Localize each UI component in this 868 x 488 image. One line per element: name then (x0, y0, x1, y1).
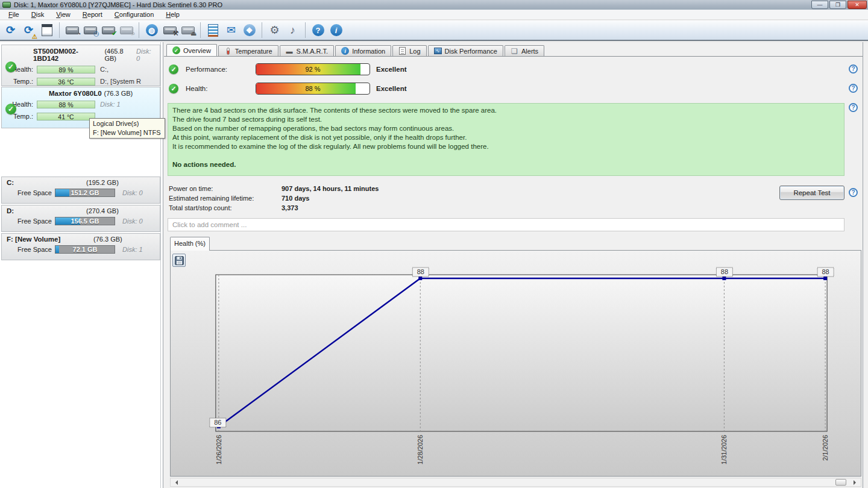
info-circle-icon: i (341, 47, 349, 55)
disk-check-icon[interactable]: ✔ (100, 22, 116, 39)
disk0-temp-label: Temp.: (5, 78, 37, 85)
performance-rating: Excellent (376, 66, 407, 73)
menu-view[interactable]: View (50, 10, 77, 19)
tab-temperature[interactable]: Temperature (218, 45, 278, 56)
tab-alerts[interactable]: ❏ Alerts (505, 45, 544, 56)
notes-icon[interactable] (205, 22, 221, 39)
disk1-name: Maxtor 6Y080L0 (49, 90, 102, 97)
repeat-test-button[interactable]: Repeat Test (779, 186, 844, 200)
disk0-size: (465.8 GB) (104, 48, 136, 62)
partition-f-name: F: [New Volume] (7, 236, 60, 243)
disk0-temp-bar: 36 °C (37, 78, 95, 86)
mail-icon[interactable]: ✉ (223, 22, 239, 39)
disk-panel-0[interactable]: ✓ ST500DM002-1BD142 (465.8 GB) Disk: 0 H… (1, 45, 160, 86)
menu-configuration[interactable]: Configuration (108, 10, 160, 19)
disk0-status-ok-icon: ✓ (5, 61, 16, 72)
tab-information[interactable]: i Information (335, 45, 391, 56)
scroll-thumb[interactable] (835, 479, 846, 486)
partition-d-free-bar: 156.5 GB (55, 217, 115, 225)
partition-f-free-label: Free Space (17, 246, 54, 253)
disk-clock-icon[interactable]: ◷ (82, 22, 98, 39)
app-icon (2, 2, 11, 8)
status-line: It is recommended to examine the log of … (172, 142, 840, 151)
title-bar: Disk: 1, Maxtor 6Y080L0 [Y27QJM8EC] - Ha… (0, 0, 868, 10)
remaining-lifetime-value: 710 days (281, 195, 309, 202)
partition-f-size: (76.3 GB) (93, 236, 122, 243)
tab-smart[interactable]: ▬ S.M.A.R.T. (280, 45, 335, 56)
chart-horizontal-scrollbar[interactable] (170, 478, 861, 487)
chart-icon: ∿ (434, 47, 442, 55)
menu-report[interactable]: Report (77, 10, 108, 19)
refresh-warning-icon[interactable]: ⟳⚠ (20, 22, 37, 39)
settings-gear-icon[interactable]: ⚙ (266, 22, 283, 39)
network-disk-icon[interactable]: ◍ (143, 22, 160, 39)
status-action: No actions needed. (172, 160, 840, 169)
status-line: The drive found 7 bad sectors during its… (172, 115, 840, 124)
scroll-right-icon[interactable] (854, 480, 858, 485)
sound-icon[interactable]: ♪ (285, 22, 301, 39)
health-rating: Excellent (376, 85, 407, 92)
tooltip-line2: F: [New Volume] NTFS (93, 128, 162, 137)
close-button[interactable]: ✕ (848, 1, 867, 9)
tab-bar: ✓ Overview Temperature ▬ S.M.A.R.T. i In… (164, 45, 863, 57)
minimize-button[interactable]: — (811, 1, 828, 9)
partition-f-free-value: 72.1 GB (55, 246, 115, 253)
disk-gauge-icon[interactable]: ◔ (64, 22, 80, 39)
remote-monitor-icon[interactable]: ❖ (241, 22, 257, 39)
health-chart-panel: 1/26/20261/28/20261/31/20262/1/202686888… (170, 250, 861, 477)
help-icon[interactable]: ? (310, 22, 326, 39)
svg-text:1/31/2026: 1/31/2026 (720, 435, 728, 465)
tab-disk-performance[interactable]: ∿ Disk Performance (428, 45, 503, 56)
disk1-health-bar: 88 % (37, 101, 95, 108)
performance-help-icon[interactable]: ? (849, 64, 858, 74)
partition-panel-c[interactable]: C: (195.2 GB) Free Space 151.2 GB Disk: … (1, 177, 160, 204)
disk-eject-icon[interactable]: ⏏ (180, 22, 196, 39)
main-pane: ✓ Overview Temperature ▬ S.M.A.R.T. i In… (164, 42, 863, 488)
chart-tab-health[interactable]: Health (%) (170, 237, 210, 251)
svg-text:2/1/2026: 2/1/2026 (822, 435, 829, 461)
status-line: Based on the number of remapping operati… (172, 124, 840, 133)
status-line: At this point, warranty replacement of t… (172, 133, 840, 142)
report-icon[interactable] (39, 22, 55, 39)
tab-log[interactable]: Log (392, 45, 426, 56)
app-window: Disk: 1, Maxtor 6Y080L0 [Y27QJM8EC] - Ha… (0, 0, 868, 488)
disk-search-icon[interactable]: ⌕ (118, 22, 134, 39)
save-chart-button[interactable] (172, 254, 186, 267)
disk1-status-ok-icon: ✓ (5, 104, 16, 114)
partition-d-free-value: 156.5 GB (55, 217, 115, 225)
partition-c-size: (195.2 GB) (86, 179, 119, 186)
menu-file[interactable]: File (2, 10, 25, 19)
repeat-test-help-icon[interactable]: ? (849, 188, 858, 197)
scroll-left-icon[interactable] (173, 480, 178, 485)
tab-log-label: Log (409, 48, 420, 55)
partition-d-disk-tag: Disk: 0 (122, 217, 143, 225)
comment-input[interactable]: Click to add comment ... (168, 218, 844, 231)
info-icon[interactable]: i (328, 22, 344, 39)
restore-button[interactable]: ❐ (829, 1, 846, 9)
health-meter: 88 % (256, 83, 370, 95)
status-help-icon[interactable]: ? (849, 103, 858, 112)
partition-d-free-label: Free Space (17, 217, 54, 225)
health-help-icon[interactable]: ? (849, 84, 858, 93)
disk1-size: (76.3 GB) (104, 90, 133, 97)
tab-overview-label: Overview (183, 47, 211, 54)
menu-disk[interactable]: Disk (25, 10, 50, 19)
menu-help[interactable]: Help (160, 10, 186, 19)
svg-text:88: 88 (822, 268, 829, 275)
tab-overview[interactable]: ✓ Overview (166, 44, 217, 56)
refresh-icon[interactable]: ⟳ (2, 22, 19, 39)
window-title: Disk: 1, Maxtor 6Y080L0 [Y27QJM8EC] - Ha… (14, 1, 222, 8)
disk1-tag: Disk: 1 (100, 101, 121, 108)
power-on-time-value: 907 days, 14 hours, 11 minutes (281, 185, 379, 192)
dash-icon: ▬ (286, 47, 294, 55)
partition-c-name: C: (7, 179, 14, 186)
menu-bar: File Disk View Report Configuration Help (0, 10, 868, 20)
partition-panel-d[interactable]: D: (270.4 GB) Free Space 156.5 GB Disk: … (1, 205, 160, 232)
partition-panel-f[interactable]: F: [New Volume] (76.3 GB) Free Space 72.… (1, 233, 160, 260)
partition-c-free-value: 151.2 GB (55, 189, 115, 196)
tab-temperature-label: Temperature (235, 48, 272, 55)
disk-status-text: There are 4 bad sectors on the disk surf… (168, 103, 844, 176)
svg-text:88: 88 (417, 268, 424, 275)
tab-smart-label: S.M.A.R.T. (297, 48, 329, 55)
disk-tools-icon[interactable]: ⚒ (162, 22, 178, 39)
